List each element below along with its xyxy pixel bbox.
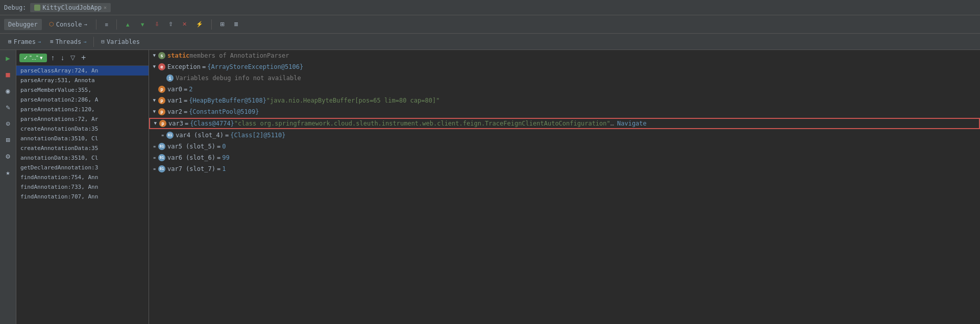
variables-tab-label: Variables [107,38,140,45]
badge-p-var3: p [159,120,166,127]
var2-eq: = [184,108,187,115]
add-btn[interactable]: + [79,52,88,63]
table-btn[interactable]: ⊞ [217,19,228,29]
var4-eq: = [225,132,229,139]
var-row-var5[interactable]: ≡ 01 var5 (slot_5) = 0 [149,141,980,152]
filter-check-btn[interactable]: ✓ "..." ▾ [19,54,47,62]
step-over-btn[interactable]: ▼ [137,20,149,29]
frame-item[interactable]: findAnnotation:707, Ann [16,192,149,202]
move-down-btn[interactable]: ↓ [59,53,66,63]
var-row-var7[interactable]: ≡ 01 var7 (slot_7) = 1 [149,163,980,175]
var-exception-ref: {ArrayStoreException@5106} [207,63,303,70]
navigate-link[interactable]: Navigate [617,120,647,127]
frames-tab[interactable]: ⊞ Frames → [4,36,45,47]
stop-btn[interactable]: ✕ [179,19,190,29]
expand-var6-icon: ≡ [151,154,158,161]
panel-toolbar: ⊞ Frames → ≡ Threads → ⊟ Variables [0,34,980,50]
frame-item[interactable]: parseAnnotations2:120, [16,105,149,114]
var-row-info: i Variables debug info not available [149,72,980,84]
var-row-exception[interactable]: ▶ e Exception = {ArrayStoreException@510… [149,61,980,72]
frames-bracket-icon: ⊞ [8,38,12,45]
var-row-var6[interactable]: ≡ 01 var6 (slot_6) = 99 [149,152,980,163]
check-icon: ✓ [23,55,28,61]
sidebar-resume-icon[interactable]: ▶ [2,52,14,64]
sidebar-stop-icon[interactable]: ■ [2,68,14,81]
var3-string: "class org.springframework.cloud.sleuth.… [234,120,610,127]
sidebar-edit-icon[interactable]: ✎ [2,101,14,113]
frames-tab-label: Frames [14,38,36,45]
frame-item[interactable]: parseClassArray:724, An [16,66,149,76]
filter-btn[interactable]: ▽ [68,53,77,62]
var0-value: 2 [189,86,192,93]
frame-item[interactable]: parseAnnotation2:286, A [16,95,149,105]
var3-ellipsis: … [610,120,614,127]
var1-eq: = [184,97,187,104]
badge-p-var2: p [158,108,165,115]
resume-btn[interactable]: ▲ [122,20,134,29]
frame-item[interactable]: findAnnotation:754, Ann [16,172,149,182]
sidebar-camera-icon[interactable]: ⊙ [2,117,14,130]
expand-var5-icon: ≡ [151,143,158,150]
list-btn[interactable]: ≣ [231,19,241,29]
debug-label: Debug: [4,4,26,11]
lines-btn[interactable]: ≡ [102,20,111,29]
step-out-btn[interactable]: ⇧ [165,19,176,29]
toolbar-separator-2 [116,19,117,30]
var3-name: var3 [168,120,183,127]
var5-eq: = [217,143,220,150]
threads-tab[interactable]: ≡ Threads → [46,36,90,47]
sidebar-settings-icon[interactable]: ⚙ [2,150,14,162]
variables-panel: ▶ s static members of AnnotationParser ▶… [149,50,980,324]
frame-item[interactable]: parseArray:531, Annota [16,76,149,85]
debugger-tab-label: Debugger [8,21,38,28]
var-exception-eq: = [202,63,206,70]
threads-arrow-icon: → [83,39,86,44]
app-tab-icon [34,5,40,11]
var-row-static[interactable]: ▶ s static members of AnnotationParser [149,50,980,61]
sidebar-pin-icon[interactable]: ★ [2,166,14,179]
badge-01-var7: 01 [158,165,165,172]
filter-label: "..." [30,55,38,61]
sidebar-layout-icon[interactable]: ⊞ [2,134,14,146]
badge-p-var0: p [158,86,165,93]
expand-var4-icon: ≡ [159,132,166,139]
var-row-var3[interactable]: ▶ p var3 = {Class@4774} "class org.sprin… [149,118,980,129]
sidebar-debug-icon[interactable]: ◉ [2,85,14,97]
var4-ref: {Class[2]@5110} [230,132,285,139]
frame-item[interactable]: createAnnotationData:35 [16,124,149,134]
dropdown-arrow-icon: ▾ [40,55,43,61]
frame-item[interactable]: createAnnotationData:35 [16,143,149,153]
move-up-btn[interactable]: ↑ [49,53,57,63]
var5-value: 0 [222,143,226,150]
frame-item[interactable]: annotationData:3510, Cl [16,153,149,163]
var-row-var4[interactable]: ≡ 01 var4 (slot_4) = {Class[2]@5110} [149,130,980,141]
badge-01-var5: 01 [158,143,165,150]
toolbar-separator-1 [96,19,96,30]
close-tab-icon[interactable]: ✕ [104,5,107,10]
frame-item[interactable]: annotationData:3510, Cl [16,134,149,143]
expand-var1-icon: ▶ [151,97,158,104]
var-row-var2[interactable]: ▶ p var2 = {ConstantPool@5109} [149,106,980,117]
frame-item[interactable]: parseAnnotations:72, Ar [16,114,149,124]
frame-item[interactable]: parseMemberValue:355, [16,85,149,95]
variables-tab[interactable]: ⊟ Variables [97,36,144,47]
mute-btn[interactable]: ⚡ [193,19,206,29]
toolbar-separator-3 [211,19,212,30]
var2-name: var2 [167,108,182,115]
frame-item[interactable]: getDeclaredAnnotation:3 [16,163,149,172]
step-into-btn[interactable]: ⇩ [152,19,162,29]
var6-eq: = [217,154,220,161]
debugger-tab[interactable]: Debugger [4,19,42,30]
main-toolbar: Debugger ⬡ Console → ≡ ▲ ▼ ⇩ ⇧ ✕ ⚡ ⊞ ≣ [0,15,980,34]
panel-separator [93,37,94,47]
var3-ref: {Class@4774} [190,120,234,127]
var-row-var1[interactable]: ▶ p var1 = {HeapByteBuffer@5108} "java.n… [149,95,980,106]
var-row-var0[interactable]: p var0 = 2 [149,84,980,95]
top-bar: Debug: KittyCloudJobApp ✕ [0,0,980,15]
threads-tab-label: Threads [56,38,82,45]
var-info-text: Variables debug info not available [176,74,301,82]
app-tab[interactable]: KittyCloudJobApp ✕ [30,3,111,12]
console-icon: ⬡ [49,21,54,28]
frame-item[interactable]: findAnnotation:733, Ann [16,182,149,192]
console-tab[interactable]: ⬡ Console → [45,19,91,30]
